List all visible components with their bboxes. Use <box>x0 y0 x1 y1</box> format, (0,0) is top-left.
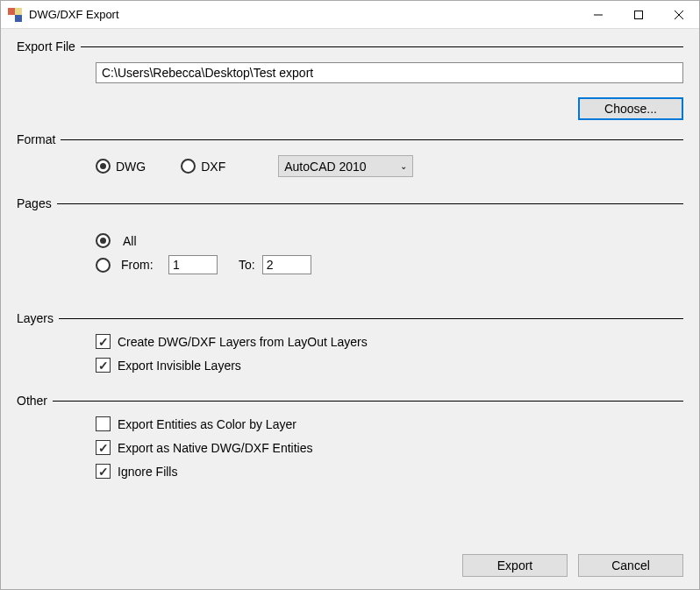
other-section: Other Export Entities as Color by Layer … <box>17 394 683 487</box>
color-by-layer-checkbox[interactable] <box>96 416 111 431</box>
to-page-input[interactable] <box>262 255 311 274</box>
dialog-content: Export File Choose... Format DWG <box>1 29 699 589</box>
export-file-input[interactable] <box>96 62 683 83</box>
format-section: Format DWG DXF AutoCAD 2010 ⌄ <box>17 132 683 184</box>
to-label: To: <box>239 258 255 272</box>
version-selected: AutoCAD 2010 <box>284 160 400 174</box>
from-pages-radio[interactable] <box>96 258 111 273</box>
maximize-button[interactable] <box>618 1 659 28</box>
layers-section: Layers Create DWG/DXF Layers from LayOut… <box>17 311 683 381</box>
svg-rect-1 <box>635 11 643 18</box>
all-pages-label: All <box>123 234 137 248</box>
app-icon <box>8 8 22 22</box>
native-entities-label: Export as Native DWG/DXF Entities <box>118 441 313 455</box>
close-button[interactable] <box>659 1 699 28</box>
export-invisible-checkbox[interactable] <box>96 358 111 373</box>
dwg-radio[interactable] <box>96 159 111 174</box>
color-by-layer-label: Export Entities as Color by Layer <box>118 417 296 431</box>
all-pages-radio[interactable] <box>96 233 111 248</box>
layers-title: Layers <box>17 311 59 325</box>
ignore-fills-label: Ignore Fills <box>118 465 177 479</box>
format-title: Format <box>17 132 61 146</box>
export-file-section: Export File Choose... <box>17 39 683 120</box>
minimize-icon <box>594 11 603 19</box>
dxf-label: DXF <box>201 160 225 174</box>
create-layers-checkbox[interactable] <box>96 334 111 349</box>
pages-title: Pages <box>17 196 57 210</box>
minimize-button[interactable] <box>578 1 618 28</box>
from-label: From: <box>121 258 163 272</box>
other-title: Other <box>17 394 53 408</box>
native-entities-checkbox[interactable] <box>96 440 111 455</box>
titlebar: DWG/DXF Export <box>1 1 699 29</box>
chevron-down-icon: ⌄ <box>400 161 407 171</box>
export-file-title: Export File <box>17 39 81 53</box>
dxf-radio[interactable] <box>181 159 196 174</box>
close-icon <box>675 11 683 19</box>
window-title: DWG/DXF Export <box>29 8 578 21</box>
dwg-label: DWG <box>116 160 146 174</box>
from-page-input[interactable] <box>168 255 218 274</box>
create-layers-label: Create DWG/DXF Layers from LayOut Layers <box>118 335 368 349</box>
maximize-icon <box>634 11 643 19</box>
ignore-fills-checkbox[interactable] <box>96 464 111 479</box>
export-button[interactable]: Export <box>462 554 568 577</box>
pages-section: Pages All From: To: <box>17 196 683 299</box>
export-invisible-label: Export Invisible Layers <box>118 359 241 373</box>
cancel-button[interactable]: Cancel <box>578 554 683 577</box>
choose-button[interactable]: Choose... <box>578 97 683 120</box>
dialog-footer: Export Cancel <box>17 554 683 577</box>
dialog-window: DWG/DXF Export Export File Choose... <box>0 0 700 590</box>
window-controls <box>578 1 699 28</box>
version-dropdown[interactable]: AutoCAD 2010 ⌄ <box>278 155 413 177</box>
